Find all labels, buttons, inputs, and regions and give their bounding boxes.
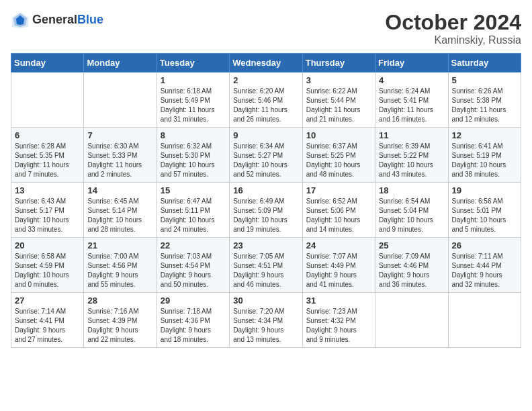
day-info: Sunrise: 7:09 AM Sunset: 4:46 PM Dayligh… [379,252,444,289]
calendar-cell: 2Sunrise: 6:20 AM Sunset: 5:46 PM Daylig… [230,73,302,128]
calendar-cell: 7Sunrise: 6:30 AM Sunset: 5:33 PM Daylig… [84,128,157,183]
calendar-cell: 26Sunrise: 7:11 AM Sunset: 4:44 PM Dayli… [448,238,521,293]
day-info: Sunrise: 6:47 AM Sunset: 5:11 PM Dayligh… [161,197,226,234]
calendar-cell: 27Sunrise: 7:14 AM Sunset: 4:41 PM Dayli… [11,293,84,348]
day-number: 8 [161,130,226,140]
day-number: 9 [233,130,298,140]
day-info: Sunrise: 6:26 AM Sunset: 5:38 PM Dayligh… [452,87,517,124]
calendar-cell: 6Sunrise: 6:28 AM Sunset: 5:35 PM Daylig… [11,128,84,183]
day-info: Sunrise: 6:24 AM Sunset: 5:41 PM Dayligh… [379,87,444,124]
day-info: Sunrise: 6:20 AM Sunset: 5:46 PM Dayligh… [233,87,298,124]
day-info: Sunrise: 6:18 AM Sunset: 5:49 PM Dayligh… [161,87,226,124]
day-info: Sunrise: 6:52 AM Sunset: 5:06 PM Dayligh… [306,197,371,234]
calendar-cell: 8Sunrise: 6:32 AM Sunset: 5:30 PM Daylig… [157,128,229,183]
day-info: Sunrise: 7:14 AM Sunset: 4:41 PM Dayligh… [15,307,80,345]
calendar-cell: 18Sunrise: 6:54 AM Sunset: 5:04 PM Dayli… [375,183,448,238]
title-block: October 2024 Kaminskiy, Russia [385,11,521,46]
week-row-2: 6Sunrise: 6:28 AM Sunset: 5:35 PM Daylig… [11,128,521,183]
calendar-cell: 13Sunrise: 6:43 AM Sunset: 5:17 PM Dayli… [11,183,84,238]
weekday-header-friday: Friday [375,54,448,73]
day-number: 13 [15,185,80,195]
location: Kaminskiy, Russia [385,34,521,46]
day-number: 14 [87,185,152,195]
day-number: 25 [379,240,444,250]
day-info: Sunrise: 7:18 AM Sunset: 4:36 PM Dayligh… [161,307,226,345]
week-row-4: 20Sunrise: 6:58 AM Sunset: 4:59 PM Dayli… [11,238,521,293]
day-number: 17 [306,185,371,195]
week-row-3: 13Sunrise: 6:43 AM Sunset: 5:17 PM Dayli… [11,183,521,238]
day-number: 16 [233,185,298,195]
calendar-cell: 1Sunrise: 6:18 AM Sunset: 5:49 PM Daylig… [157,73,229,128]
day-number: 5 [452,75,517,85]
logo-text: GeneralBlue [32,13,103,27]
day-number: 6 [15,130,80,140]
calendar-cell [375,293,448,348]
weekday-header-thursday: Thursday [302,54,375,73]
day-number: 31 [306,295,371,306]
calendar-cell: 25Sunrise: 7:09 AM Sunset: 4:46 PM Dayli… [375,238,448,293]
logo-icon [11,11,30,30]
calendar-cell: 30Sunrise: 7:20 AM Sunset: 4:34 PM Dayli… [230,293,302,348]
calendar-cell: 31Sunrise: 7:23 AM Sunset: 4:32 PM Dayli… [302,293,375,348]
logo-general: General [32,13,77,27]
day-number: 4 [379,75,444,85]
day-info: Sunrise: 7:05 AM Sunset: 4:51 PM Dayligh… [233,252,298,289]
day-info: Sunrise: 6:32 AM Sunset: 5:30 PM Dayligh… [161,142,226,179]
logo-blue: Blue [77,13,103,27]
day-info: Sunrise: 6:39 AM Sunset: 5:22 PM Dayligh… [379,142,444,179]
day-info: Sunrise: 6:30 AM Sunset: 5:33 PM Dayligh… [87,142,152,179]
day-number: 26 [452,240,517,250]
day-info: Sunrise: 6:22 AM Sunset: 5:44 PM Dayligh… [306,87,371,124]
weekday-header-monday: Monday [84,54,157,73]
day-info: Sunrise: 6:58 AM Sunset: 4:59 PM Dayligh… [15,252,80,289]
calendar-cell [84,73,157,128]
day-number: 30 [233,295,298,306]
calendar-cell: 24Sunrise: 7:07 AM Sunset: 4:49 PM Dayli… [302,238,375,293]
day-number: 29 [161,295,226,306]
calendar-cell: 9Sunrise: 6:34 AM Sunset: 5:27 PM Daylig… [230,128,302,183]
weekday-header-sunday: Sunday [11,54,84,73]
day-info: Sunrise: 6:34 AM Sunset: 5:27 PM Dayligh… [233,142,298,179]
calendar-cell: 23Sunrise: 7:05 AM Sunset: 4:51 PM Dayli… [230,238,302,293]
day-number: 19 [452,185,517,195]
day-info: Sunrise: 6:56 AM Sunset: 5:01 PM Dayligh… [452,197,517,234]
day-info: Sunrise: 6:43 AM Sunset: 5:17 PM Dayligh… [15,197,80,234]
calendar-cell: 29Sunrise: 7:18 AM Sunset: 4:36 PM Dayli… [157,293,229,348]
calendar-cell: 20Sunrise: 6:58 AM Sunset: 4:59 PM Dayli… [11,238,84,293]
day-number: 15 [161,185,226,195]
month-title: October 2024 [385,11,521,34]
day-info: Sunrise: 6:41 AM Sunset: 5:19 PM Dayligh… [452,142,517,179]
calendar-table: SundayMondayTuesdayWednesdayThursdayFrid… [11,53,521,348]
day-info: Sunrise: 7:00 AM Sunset: 4:56 PM Dayligh… [87,252,152,289]
day-number: 2 [233,75,298,85]
day-info: Sunrise: 7:11 AM Sunset: 4:44 PM Dayligh… [452,252,517,289]
day-info: Sunrise: 6:54 AM Sunset: 5:04 PM Dayligh… [379,197,444,234]
day-number: 7 [87,130,152,140]
day-number: 18 [379,185,444,195]
calendar-cell [448,293,521,348]
day-info: Sunrise: 6:28 AM Sunset: 5:35 PM Dayligh… [15,142,80,179]
weekday-header-tuesday: Tuesday [157,54,229,73]
day-number: 22 [161,240,226,250]
week-row-1: 1Sunrise: 6:18 AM Sunset: 5:49 PM Daylig… [11,73,521,128]
day-number: 1 [161,75,226,85]
calendar-cell: 16Sunrise: 6:49 AM Sunset: 5:09 PM Dayli… [230,183,302,238]
weekday-header-saturday: Saturday [448,54,521,73]
calendar-cell: 11Sunrise: 6:39 AM Sunset: 5:22 PM Dayli… [375,128,448,183]
page-header: GeneralBlue October 2024 Kaminskiy, Russ… [11,11,521,46]
calendar-cell: 10Sunrise: 6:37 AM Sunset: 5:25 PM Dayli… [302,128,375,183]
day-info: Sunrise: 7:23 AM Sunset: 4:32 PM Dayligh… [306,307,371,345]
day-number: 23 [233,240,298,250]
day-number: 3 [306,75,371,85]
day-info: Sunrise: 7:03 AM Sunset: 4:54 PM Dayligh… [161,252,226,289]
day-info: Sunrise: 6:45 AM Sunset: 5:14 PM Dayligh… [87,197,152,234]
weekday-header-wednesday: Wednesday [230,54,302,73]
calendar-cell: 3Sunrise: 6:22 AM Sunset: 5:44 PM Daylig… [302,73,375,128]
calendar-cell: 4Sunrise: 6:24 AM Sunset: 5:41 PM Daylig… [375,73,448,128]
day-number: 20 [15,240,80,250]
day-number: 11 [379,130,444,140]
calendar-cell [11,73,84,128]
day-number: 12 [452,130,517,140]
calendar-cell: 12Sunrise: 6:41 AM Sunset: 5:19 PM Dayli… [448,128,521,183]
calendar-cell: 28Sunrise: 7:16 AM Sunset: 4:39 PM Dayli… [84,293,157,348]
